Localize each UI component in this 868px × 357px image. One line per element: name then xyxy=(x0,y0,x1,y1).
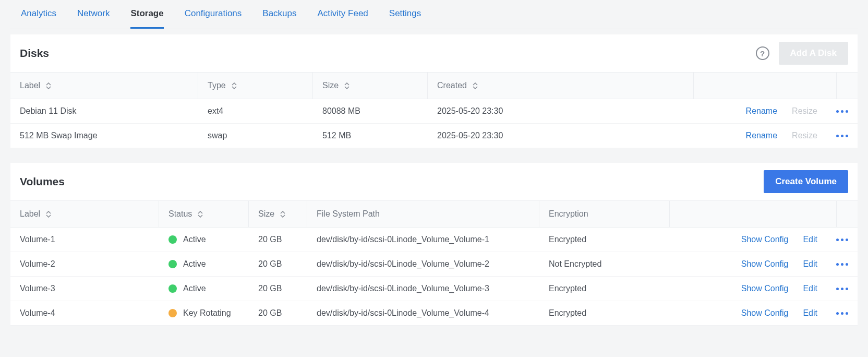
edit-link[interactable]: Edit xyxy=(803,284,817,293)
disks-title: Disks xyxy=(20,47,49,59)
disks-table-header: Label Type Size Created xyxy=(10,72,858,99)
tab-analytics[interactable]: Analytics xyxy=(21,0,56,29)
table-row: Volume-3Active20 GBdev/disk/by-id/scsi-0… xyxy=(10,277,858,301)
edit-link[interactable]: Edit xyxy=(803,308,817,318)
tab-storage[interactable]: Storage xyxy=(130,0,163,29)
disk-size: 512 MB xyxy=(313,124,428,148)
col-path: File System Path xyxy=(317,209,380,219)
volume-label: Volume-4 xyxy=(10,301,159,325)
volume-path: dev/disk/by-id/scsi-0Linode_Volume_Volum… xyxy=(307,301,539,325)
volume-label: Volume-2 xyxy=(10,252,159,276)
disk-created: 2025-05-20 23:30 xyxy=(428,124,694,148)
status-dot-icon xyxy=(168,260,177,268)
kebab-icon[interactable] xyxy=(836,312,848,315)
col-encryption: Encryption xyxy=(549,209,588,219)
disk-created: 2025-05-20 23:30 xyxy=(428,99,694,123)
volume-path: dev/disk/by-id/scsi-0Linode_Volume_Volum… xyxy=(307,252,539,276)
tab-bar: AnalyticsNetworkStorageConfigurationsBac… xyxy=(10,0,858,29)
table-row: Volume-2Active20 GBdev/disk/by-id/scsi-0… xyxy=(10,252,858,277)
sort-icon[interactable] xyxy=(344,82,350,89)
resize-link: Resize xyxy=(792,106,817,116)
status-dot-icon xyxy=(168,309,177,317)
edit-link[interactable]: Edit xyxy=(803,235,817,244)
volumes-table-header: Label Status Size File System Path Encry… xyxy=(10,200,858,228)
status-dot-icon xyxy=(168,235,177,244)
status-dot-icon xyxy=(168,284,177,293)
col-label: Label xyxy=(20,209,40,219)
volumes-title: Volumes xyxy=(20,175,65,188)
create-volume-button[interactable]: Create Volume xyxy=(764,170,848,193)
disk-size: 80088 MB xyxy=(313,99,428,123)
col-status: Status xyxy=(168,209,192,219)
volume-encryption: Not Encrypted xyxy=(539,252,670,276)
volume-size: 20 GB xyxy=(249,252,307,276)
sort-icon[interactable] xyxy=(231,82,237,89)
col-size: Size xyxy=(322,81,339,90)
volume-encryption: Encrypted xyxy=(539,277,670,301)
volume-status: Active xyxy=(159,228,249,252)
rename-link[interactable]: Rename xyxy=(746,131,777,140)
tab-activity-feed[interactable]: Activity Feed xyxy=(318,0,368,29)
sort-icon[interactable] xyxy=(280,211,286,218)
rename-link[interactable]: Rename xyxy=(746,106,777,116)
volume-size: 20 GB xyxy=(249,228,307,252)
tab-configurations[interactable]: Configurations xyxy=(185,0,242,29)
kebab-icon[interactable] xyxy=(836,135,848,137)
col-created: Created xyxy=(437,81,467,90)
volume-encryption: Encrypted xyxy=(539,228,670,252)
help-icon[interactable]: ? xyxy=(756,46,769,60)
volume-path: dev/disk/by-id/scsi-0Linode_Volume_Volum… xyxy=(307,228,539,252)
disk-label: 512 MB Swap Image xyxy=(10,124,198,148)
volume-path: dev/disk/by-id/scsi-0Linode_Volume_Volum… xyxy=(307,277,539,301)
table-row: Volume-4Key Rotating20 GBdev/disk/by-id/… xyxy=(10,301,858,326)
edit-link[interactable]: Edit xyxy=(803,259,817,269)
sort-icon[interactable] xyxy=(45,211,52,218)
sort-icon[interactable] xyxy=(472,82,478,89)
show-config-link[interactable]: Show Config xyxy=(741,308,789,318)
disk-type: ext4 xyxy=(198,99,313,123)
sort-icon[interactable] xyxy=(45,82,52,89)
resize-link: Resize xyxy=(792,131,817,140)
add-disk-button[interactable]: Add A Disk xyxy=(779,42,848,65)
volume-size: 20 GB xyxy=(249,301,307,325)
col-type: Type xyxy=(208,81,226,90)
show-config-link[interactable]: Show Config xyxy=(741,235,789,244)
disk-label: Debian 11 Disk xyxy=(10,99,198,123)
disk-type: swap xyxy=(198,124,313,148)
disks-panel: Disks ? Add A Disk Label Type Size Creat… xyxy=(10,34,858,148)
kebab-icon[interactable] xyxy=(836,263,848,266)
volume-status: Active xyxy=(159,277,249,301)
volume-encryption: Encrypted xyxy=(539,301,670,325)
tab-backups[interactable]: Backups xyxy=(262,0,296,29)
table-row: 512 MB Swap Imageswap512 MB2025-05-20 23… xyxy=(10,124,858,148)
table-row: Volume-1Active20 GBdev/disk/by-id/scsi-0… xyxy=(10,228,858,252)
kebab-icon[interactable] xyxy=(836,288,848,290)
show-config-link[interactable]: Show Config xyxy=(741,259,789,269)
volume-size: 20 GB xyxy=(249,277,307,301)
table-row: Debian 11 Diskext480088 MB2025-05-20 23:… xyxy=(10,99,858,124)
kebab-icon[interactable] xyxy=(836,110,848,113)
tab-network[interactable]: Network xyxy=(77,0,110,29)
col-label: Label xyxy=(20,81,40,90)
col-size: Size xyxy=(258,209,274,219)
tab-settings[interactable]: Settings xyxy=(389,0,421,29)
show-config-link[interactable]: Show Config xyxy=(741,284,789,293)
volumes-panel: Volumes Create Volume Label Status Size … xyxy=(10,163,858,326)
volume-status: Active xyxy=(159,252,249,276)
sort-icon[interactable] xyxy=(197,211,203,218)
kebab-icon[interactable] xyxy=(836,239,848,241)
volume-label: Volume-1 xyxy=(10,228,159,252)
volume-label: Volume-3 xyxy=(10,277,159,301)
volume-status: Key Rotating xyxy=(159,301,249,325)
